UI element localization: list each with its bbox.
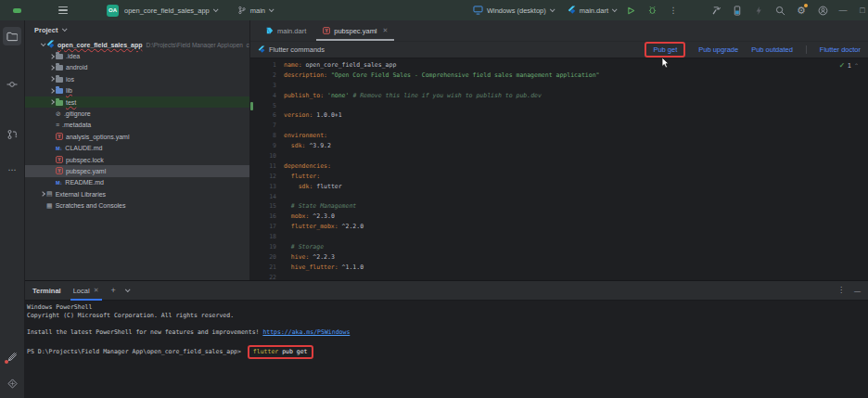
editor-tab-pubspec-yaml[interactable]: Ypubspec.yaml✕ <box>314 20 396 41</box>
action-pub-upgrade[interactable]: Pub upgrade <box>698 45 738 54</box>
action-pub-get[interactable]: Pub get <box>645 42 685 58</box>
code-line: 22 <box>250 273 868 280</box>
tree-item-analysis-options-yaml[interactable]: Yanalysis_options.yaml <box>25 131 249 142</box>
minimize-button[interactable]: — <box>837 6 849 15</box>
action-flutter-doctor[interactable]: Flutter doctor <box>806 45 861 54</box>
search-everywhere-icon[interactable] <box>773 4 786 17</box>
project-selector[interactable]: open_core_field_sales_app <box>124 6 217 15</box>
project-panel-header[interactable]: Project <box>25 20 249 39</box>
gutter-change-marker <box>250 102 253 110</box>
chevron-down-icon[interactable] <box>125 287 131 292</box>
branch-selector[interactable]: main <box>237 6 273 15</box>
code-editor[interactable]: ✓1⌃ 1name: open_core_field_sales_app2des… <box>250 58 868 280</box>
yaml-file-icon: Y <box>323 27 330 34</box>
notification-badge <box>5 360 8 364</box>
code-line: 17 flutter_mobx: ^2.2.0 <box>250 222 868 232</box>
ide-window: OA open_core_field_sales_app main Window… <box>0 0 868 398</box>
line-number: 4 <box>250 91 284 101</box>
tree-item-pubspec-yaml[interactable]: Ypubspec.yaml <box>25 165 249 176</box>
account-icon[interactable] <box>816 4 829 17</box>
action-pub-outdated[interactable]: Pub outdated <box>751 45 793 54</box>
chevron-right-icon <box>49 77 55 83</box>
chevron-right-icon <box>49 54 55 59</box>
terminal-options-button[interactable]: ⋮ <box>837 286 845 296</box>
commit-tool-button[interactable] <box>3 75 21 94</box>
editor: main.dartYpubspec.yaml✕ Flutter commands… <box>250 20 868 280</box>
more-run-options-button[interactable]: ⋮ <box>667 4 680 17</box>
markdown-file-icon: M↓ <box>56 180 62 186</box>
terminal-output[interactable]: Windows PowerShellCopyright (C) Microsof… <box>25 301 868 398</box>
debug-button[interactable] <box>645 4 658 17</box>
device-manager-icon[interactable] <box>731 4 744 17</box>
code-line: 14 <box>250 192 868 202</box>
line-number: 8 <box>250 131 284 141</box>
line-number: 16 <box>250 212 284 222</box>
tree-item-pubspec-lock[interactable]: Ypubspec.lock <box>25 154 249 165</box>
tree-item-metadata[interactable]: ≡.metadata <box>25 120 249 131</box>
monitor-icon <box>473 6 483 15</box>
more-tool-windows-button[interactable]: ⋯ <box>3 160 21 179</box>
code-line: 21 hive_flutter: ^1.1.0 <box>250 263 868 273</box>
tree-item-android[interactable]: android <box>25 62 249 73</box>
inspection-widget[interactable]: ✓1⌃ <box>839 61 859 70</box>
dart-analysis-tool-button[interactable] <box>3 374 21 392</box>
yaml-file-icon: Y <box>56 133 63 140</box>
markdown-file-icon: M↓ <box>56 146 62 151</box>
chevron-down-icon <box>213 6 219 12</box>
line-number: 20 <box>250 252 284 263</box>
flutter-commands-label: Flutter commands <box>269 45 325 54</box>
terminal-prompt-line: PS D:\Projects\Field Manager App\open_co… <box>27 345 868 353</box>
folder-icon <box>56 77 63 83</box>
maximize-button[interactable]: □ <box>857 6 868 15</box>
project-badge: OA <box>107 5 119 17</box>
ai-actions-icon[interactable] <box>752 4 765 17</box>
line-number: 13 <box>250 182 284 192</box>
flutter-commands-bar: Flutter commands Pub getPub upgradePub o… <box>250 41 868 58</box>
tree-item-claude-md[interactable]: M↓CLAUDE.md <box>25 143 249 154</box>
mouse-cursor-icon <box>661 57 670 69</box>
build-icon[interactable] <box>709 4 722 17</box>
tree-item-ios[interactable]: ios <box>25 73 249 84</box>
device-selector[interactable]: Windows (desktop) <box>473 6 554 15</box>
close-icon[interactable]: ✕ <box>383 27 389 34</box>
line-number: 10 <box>250 151 284 161</box>
scratches-icon: ▦ <box>46 202 53 210</box>
tree-item-test[interactable]: test <box>25 96 249 108</box>
folder-icon <box>56 65 63 71</box>
chevron-right-icon <box>49 65 55 71</box>
tree-item-readme-md[interactable]: M↓README.md <box>25 177 249 188</box>
flutter-icon <box>568 6 576 15</box>
close-icon[interactable]: ✕ <box>94 287 99 294</box>
settings-icon[interactable]: ⚙ <box>795 4 808 17</box>
tool-window-strip: ⋯ <box>0 20 25 398</box>
metadata-file-icon: ≡ <box>56 122 59 129</box>
code-line: 15 # State Management <box>250 201 868 212</box>
terminal-tab-local[interactable]: Local✕ <box>70 281 102 301</box>
main-menu-button[interactable] <box>58 6 68 15</box>
tree-item-external-libraries[interactable]: ▤External Libraries <box>25 188 249 199</box>
pull-requests-tool-button[interactable] <box>3 125 21 144</box>
project-tree[interactable]: open_core_field_sales_app D:\Projects\Fi… <box>25 39 249 212</box>
flutter-icon <box>258 45 265 54</box>
tree-item-gitignore[interactable]: ⊘.gitignore <box>25 108 249 119</box>
gitignore-file-icon: ⊘ <box>56 110 61 118</box>
line-number: 11 <box>250 161 284 172</box>
tree-item-idea[interactable]: .idea <box>25 50 249 61</box>
tree-item-root[interactable]: open_core_field_sales_app D:\Projects\Fi… <box>25 39 249 50</box>
notifications-tool-button[interactable] <box>3 348 21 366</box>
folder-icon <box>56 54 63 59</box>
editor-tab-main-dart[interactable]: main.dart <box>258 20 314 41</box>
run-button[interactable] <box>624 4 637 17</box>
line-number: 12 <box>250 172 284 182</box>
terminal-link[interactable]: https://aka.ms/PSWindows <box>262 328 350 336</box>
test-folder-icon <box>56 100 63 106</box>
code-line: 3 <box>250 81 868 91</box>
chevron-right-icon <box>49 99 55 105</box>
new-terminal-button[interactable]: + <box>111 286 116 295</box>
project-panel: Project open_core_field_sales_app D:\Pro… <box>25 20 250 280</box>
terminal-minimize-button[interactable]: — <box>854 286 861 296</box>
tree-item-lib[interactable]: lib <box>25 85 249 96</box>
run-config-selector[interactable]: main.dart <box>568 6 616 15</box>
project-tool-button[interactable] <box>3 27 21 45</box>
tree-item-scratches-and-consoles[interactable]: ▦Scratches and Consoles <box>25 199 249 211</box>
